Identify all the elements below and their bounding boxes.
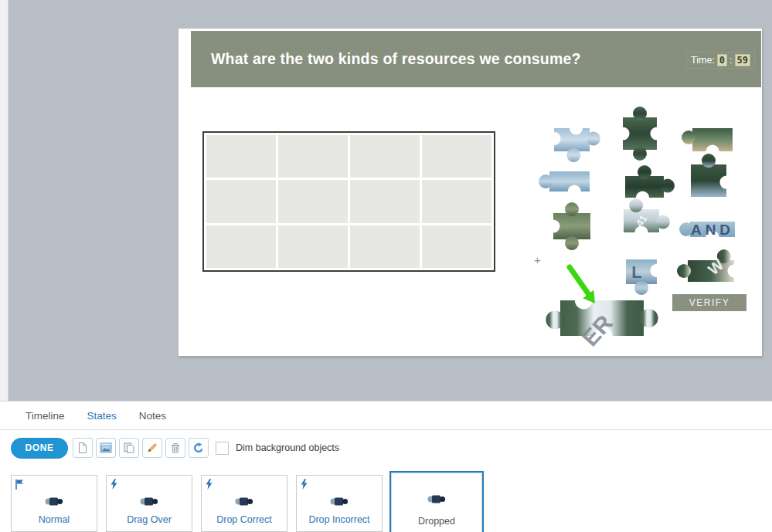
delete-state-button[interactable]	[165, 438, 185, 458]
state-card-dropped[interactable]: Dropped	[391, 473, 482, 532]
undo-arrow-icon	[192, 442, 205, 454]
new-state-button[interactable]	[73, 438, 93, 458]
puzzle-piece-8[interactable]: 41	[616, 202, 667, 240]
grid-cell[interactable]	[278, 225, 348, 268]
plus-cursor-marker: +	[534, 253, 541, 266]
grid-cell[interactable]	[350, 180, 420, 222]
state-card-drag-over[interactable]: Drag Over	[106, 475, 192, 532]
puzzle-piece-9[interactable]: AND	[682, 214, 743, 245]
bottom-panel: Timeline States Notes DONE Dim backgroun…	[0, 401, 772, 532]
blank-page-icon	[77, 442, 89, 454]
grid-cell[interactable]	[422, 225, 491, 268]
puzzle-piece-2[interactable]	[615, 110, 665, 158]
states-toolbar: DONE Dim background objects	[0, 430, 772, 466]
grid-cell[interactable]	[422, 180, 491, 222]
grid-cell[interactable]	[350, 135, 420, 178]
flag-icon	[15, 479, 24, 493]
state-label: Drag Over	[107, 514, 192, 525]
state-card-drop-correct[interactable]: Drop Correct	[201, 475, 287, 532]
lightning-icon	[301, 479, 308, 493]
done-button[interactable]: DONE	[11, 438, 68, 459]
toolbar-buttons	[68, 438, 209, 458]
state-label: Drop Incorrect	[297, 514, 382, 525]
question-title: What are the two kinds of resources we c…	[211, 31, 581, 87]
tab-timeline[interactable]: Timeline	[26, 410, 65, 422]
state-label: Normal	[12, 514, 97, 525]
countdown-timer: Time: 0 : 59	[686, 52, 755, 69]
picture-icon	[100, 442, 112, 454]
puzzle-piece-4[interactable]	[542, 164, 597, 199]
grid-cell[interactable]	[206, 135, 276, 178]
grid-cell[interactable]	[206, 225, 276, 268]
grid-cell[interactable]	[206, 180, 276, 222]
puzzle-piece-thumbnail-icon	[45, 496, 63, 510]
lightning-icon	[111, 479, 117, 493]
green-arrow-icon	[560, 263, 604, 310]
app-window: What are the two kinds of resources we c…	[0, 0, 772, 532]
grid-cell[interactable]	[350, 225, 420, 268]
insert-picture-button[interactable]	[96, 438, 116, 458]
pencil-icon	[146, 442, 158, 454]
timer-colon: :	[729, 55, 732, 66]
timer-seconds: 59	[735, 54, 750, 66]
verify-button[interactable]: VERIFY	[672, 294, 746, 311]
tab-states[interactable]: States	[87, 410, 117, 422]
duplicate-icon	[123, 442, 135, 454]
dim-background-checkbox[interactable]	[216, 442, 229, 455]
duplicate-state-button[interactable]	[119, 438, 139, 458]
states-row: NormalDrag OverDrop CorrectDrop Incorrec…	[11, 475, 482, 532]
puzzle-piece-thumbnail-icon	[427, 493, 446, 508]
tab-notes[interactable]: Notes	[139, 410, 166, 422]
dim-background-label: Dim background objects	[236, 442, 339, 453]
puzzle-piece-thumbnail-icon	[330, 496, 349, 510]
grid-cell[interactable]	[278, 135, 348, 178]
lightning-icon	[206, 479, 213, 493]
puzzle-piece-10[interactable]: L	[618, 252, 665, 292]
panel-tabs: Timeline States Notes	[0, 402, 772, 430]
puzzle-piece-11[interactable]: W	[680, 252, 742, 290]
question-header: What are the two kinds of resources we c…	[191, 31, 761, 87]
puzzle-piece-5[interactable]	[617, 168, 672, 205]
trash-icon	[169, 442, 182, 454]
grid-cell[interactable]	[278, 180, 348, 222]
puzzle-piece-1[interactable]	[546, 120, 597, 159]
left-panel-edge	[0, 0, 9, 401]
puzzle-piece-6[interactable]	[683, 157, 734, 205]
state-label: Drop Correct	[202, 514, 287, 525]
timer-label: Time:	[691, 55, 715, 66]
state-card-normal[interactable]: Normal	[11, 475, 97, 532]
drop-grid	[202, 131, 495, 272]
puzzle-piece-7[interactable]	[546, 205, 598, 247]
slide-canvas: What are the two kinds of resources we c…	[179, 29, 762, 356]
state-card-drop-incorrect[interactable]: Drop Incorrect	[296, 475, 383, 532]
svg-text:AND: AND	[691, 222, 734, 238]
edit-state-button[interactable]	[142, 438, 162, 458]
puzzle-piece-3[interactable]	[685, 120, 740, 159]
puzzle-piece-thumbnail-icon	[140, 496, 158, 510]
timer-minutes: 0	[717, 54, 727, 66]
state-label: Dropped	[392, 516, 481, 527]
puzzle-piece-thumbnail-icon	[235, 496, 253, 510]
reset-state-button[interactable]	[189, 438, 209, 458]
svg-text:L: L	[631, 263, 641, 282]
grid-cell[interactable]	[422, 135, 491, 178]
